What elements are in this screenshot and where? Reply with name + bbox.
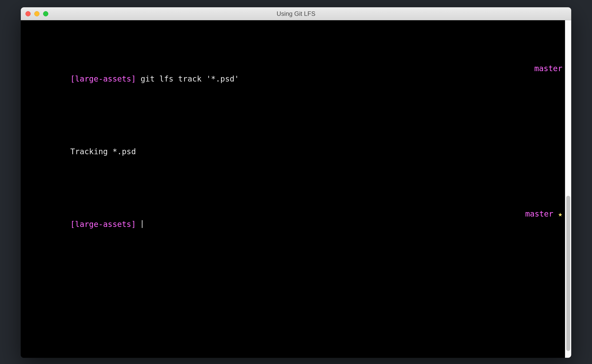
terminal-line: [large-assets] git lfs track '*.psd' mas… [23,63,562,95]
window-title: Using Git LFS [21,10,571,17]
command-output: Tracking *.psd [70,147,136,156]
git-branch: master [525,209,553,219]
command-text: git lfs track '*.psd' [141,74,239,83]
window-titlebar: Using Git LFS [21,7,571,20]
zoom-icon[interactable] [43,11,48,16]
prompt-context: [large-assets] [70,74,136,83]
minimize-icon[interactable] [34,11,39,16]
terminal-viewport[interactable]: [large-assets] git lfs track '*.psd' mas… [21,20,565,358]
traffic-lights [25,11,48,16]
vertical-scrollbar[interactable] [565,20,571,358]
terminal-line: [large-assets] master ★ [23,209,562,240]
prompt-context: [large-assets] [70,220,136,229]
window-content: [large-assets] git lfs track '*.psd' mas… [21,20,571,358]
scrollbar-thumb[interactable] [566,196,570,351]
text-cursor-icon [142,220,143,228]
terminal-line: Tracking *.psd [23,136,562,167]
close-icon[interactable] [25,11,31,16]
git-branch: master [534,63,562,74]
dirty-star-icon: ★ [558,209,562,219]
terminal-window: Using Git LFS [large-assets] git lfs tra… [21,7,571,358]
